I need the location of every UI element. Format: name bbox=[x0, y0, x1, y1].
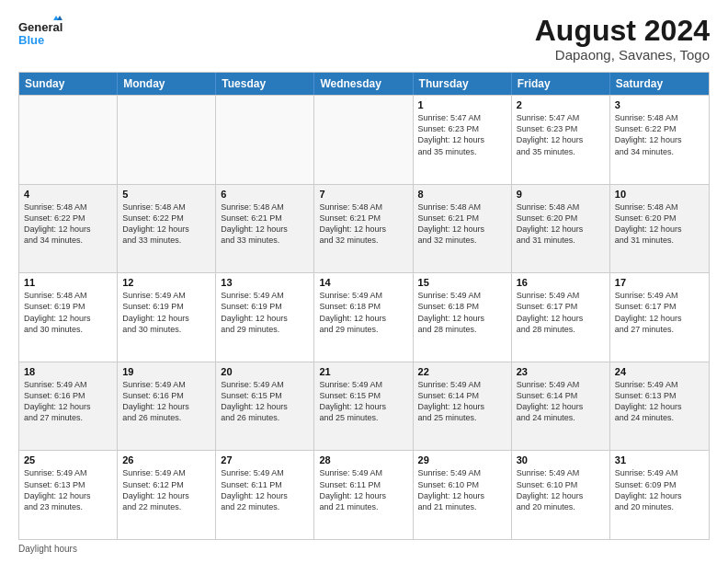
calendar-cell-31: 31Sunrise: 5:49 AMSunset: 6:09 PMDayligh… bbox=[610, 451, 709, 539]
day-number: 4 bbox=[24, 189, 112, 200]
day-number: 8 bbox=[418, 189, 506, 200]
cell-info: Sunrise: 5:49 AMSunset: 6:15 PMDaylight:… bbox=[221, 379, 309, 424]
header-day-thursday: Thursday bbox=[414, 73, 512, 95]
calendar-cell-16: 16Sunrise: 5:49 AMSunset: 6:17 PMDayligh… bbox=[512, 273, 610, 362]
calendar-cell-empty bbox=[118, 96, 216, 184]
day-number: 26 bbox=[122, 454, 210, 465]
cell-info: Sunrise: 5:49 AMSunset: 6:11 PMDaylight:… bbox=[319, 467, 407, 512]
day-number: 17 bbox=[615, 277, 704, 288]
day-number: 18 bbox=[24, 366, 112, 377]
cell-info: Sunrise: 5:49 AMSunset: 6:10 PMDaylight:… bbox=[418, 467, 506, 512]
day-number: 15 bbox=[418, 277, 506, 288]
header-day-monday: Monday bbox=[118, 73, 216, 95]
svg-marker-3 bbox=[57, 16, 63, 20]
calendar-cell-24: 24Sunrise: 5:49 AMSunset: 6:13 PMDayligh… bbox=[610, 362, 709, 451]
calendar-row-3: 11Sunrise: 5:48 AMSunset: 6:19 PMDayligh… bbox=[19, 272, 709, 362]
calendar-cell-15: 15Sunrise: 5:49 AMSunset: 6:18 PMDayligh… bbox=[414, 273, 512, 362]
svg-text:General: General bbox=[18, 20, 63, 34]
day-number: 20 bbox=[221, 366, 309, 377]
cell-info: Sunrise: 5:48 AMSunset: 6:20 PMDaylight:… bbox=[517, 201, 605, 247]
cell-info: Sunrise: 5:49 AMSunset: 6:19 PMDaylight:… bbox=[221, 290, 309, 335]
calendar-cell-19: 19Sunrise: 5:49 AMSunset: 6:16 PMDayligh… bbox=[118, 362, 216, 451]
logo-svg: General Blue bbox=[18, 15, 63, 53]
cell-info: Sunrise: 5:48 AMSunset: 6:22 PMDaylight:… bbox=[24, 201, 112, 247]
title-block: August 2024 Dapaong, Savanes, Togo bbox=[535, 15, 710, 63]
day-number: 27 bbox=[221, 454, 309, 465]
cell-info: Sunrise: 5:49 AMSunset: 6:13 PMDaylight:… bbox=[24, 467, 112, 512]
cell-info: Sunrise: 5:48 AMSunset: 6:21 PMDaylight:… bbox=[319, 201, 407, 247]
cell-info: Sunrise: 5:49 AMSunset: 6:14 PMDaylight:… bbox=[418, 379, 506, 424]
calendar-cell-17: 17Sunrise: 5:49 AMSunset: 6:17 PMDayligh… bbox=[610, 273, 709, 362]
calendar-cell-13: 13Sunrise: 5:49 AMSunset: 6:19 PMDayligh… bbox=[216, 273, 314, 362]
calendar: SundayMondayTuesdayWednesdayThursdayFrid… bbox=[18, 72, 710, 540]
cell-info: Sunrise: 5:49 AMSunset: 6:16 PMDaylight:… bbox=[24, 379, 112, 424]
day-number: 14 bbox=[319, 277, 407, 288]
day-number: 7 bbox=[319, 189, 407, 200]
cell-info: Sunrise: 5:49 AMSunset: 6:14 PMDaylight:… bbox=[517, 379, 605, 424]
logo: General Blue bbox=[18, 15, 63, 53]
day-number: 28 bbox=[319, 454, 407, 465]
calendar-cell-6: 6Sunrise: 5:48 AMSunset: 6:21 PMDaylight… bbox=[216, 185, 314, 273]
calendar-cell-1: 1Sunrise: 5:47 AMSunset: 6:23 PMDaylight… bbox=[414, 96, 512, 184]
day-number: 19 bbox=[122, 366, 210, 377]
cell-info: Sunrise: 5:49 AMSunset: 6:11 PMDaylight:… bbox=[221, 467, 309, 512]
day-number: 1 bbox=[418, 99, 506, 110]
calendar-row-5: 25Sunrise: 5:49 AMSunset: 6:13 PMDayligh… bbox=[19, 450, 709, 539]
day-number: 21 bbox=[319, 366, 407, 377]
cell-info: Sunrise: 5:48 AMSunset: 6:21 PMDaylight:… bbox=[221, 201, 309, 247]
cell-info: Sunrise: 5:49 AMSunset: 6:16 PMDaylight:… bbox=[122, 379, 210, 424]
page-subtitle: Dapaong, Savanes, Togo bbox=[535, 47, 710, 63]
header-day-tuesday: Tuesday bbox=[216, 73, 314, 95]
day-number: 30 bbox=[517, 454, 605, 465]
cell-info: Sunrise: 5:48 AMSunset: 6:22 PMDaylight:… bbox=[122, 201, 210, 247]
calendar-cell-4: 4Sunrise: 5:48 AMSunset: 6:22 PMDaylight… bbox=[19, 185, 118, 273]
calendar-header: SundayMondayTuesdayWednesdayThursdayFrid… bbox=[19, 73, 709, 95]
cell-info: Sunrise: 5:49 AMSunset: 6:17 PMDaylight:… bbox=[615, 290, 704, 335]
cell-info: Sunrise: 5:49 AMSunset: 6:12 PMDaylight:… bbox=[122, 467, 210, 512]
calendar-cell-7: 7Sunrise: 5:48 AMSunset: 6:21 PMDaylight… bbox=[314, 185, 413, 273]
cell-info: Sunrise: 5:47 AMSunset: 6:23 PMDaylight:… bbox=[517, 112, 605, 157]
calendar-cell-9: 9Sunrise: 5:48 AMSunset: 6:20 PMDaylight… bbox=[512, 185, 610, 273]
page: General Blue August 2024 Dapaong, Savane… bbox=[0, 0, 728, 563]
cell-info: Sunrise: 5:48 AMSunset: 6:22 PMDaylight:… bbox=[615, 112, 704, 157]
header-day-saturday: Saturday bbox=[610, 73, 709, 95]
calendar-cell-3: 3Sunrise: 5:48 AMSunset: 6:22 PMDaylight… bbox=[610, 96, 709, 184]
day-number: 2 bbox=[517, 99, 605, 110]
day-number: 9 bbox=[517, 189, 605, 200]
header-day-wednesday: Wednesday bbox=[314, 73, 413, 95]
calendar-row-1: 1Sunrise: 5:47 AMSunset: 6:23 PMDaylight… bbox=[19, 95, 709, 184]
day-number: 16 bbox=[517, 277, 605, 288]
day-number: 24 bbox=[615, 366, 704, 377]
cell-info: Sunrise: 5:49 AMSunset: 6:18 PMDaylight:… bbox=[418, 290, 506, 335]
calendar-cell-empty bbox=[314, 96, 413, 184]
cell-info: Sunrise: 5:49 AMSunset: 6:09 PMDaylight:… bbox=[615, 467, 704, 512]
calendar-cell-2: 2Sunrise: 5:47 AMSunset: 6:23 PMDaylight… bbox=[512, 96, 610, 184]
header: General Blue August 2024 Dapaong, Savane… bbox=[18, 15, 710, 63]
cell-info: Sunrise: 5:48 AMSunset: 6:21 PMDaylight:… bbox=[418, 201, 506, 247]
calendar-body: 1Sunrise: 5:47 AMSunset: 6:23 PMDaylight… bbox=[19, 95, 709, 539]
cell-info: Sunrise: 5:49 AMSunset: 6:15 PMDaylight:… bbox=[319, 379, 407, 424]
page-title: August 2024 bbox=[535, 15, 710, 47]
day-number: 29 bbox=[418, 454, 506, 465]
cell-info: Sunrise: 5:49 AMSunset: 6:10 PMDaylight:… bbox=[517, 467, 605, 512]
calendar-cell-25: 25Sunrise: 5:49 AMSunset: 6:13 PMDayligh… bbox=[19, 451, 118, 539]
day-number: 5 bbox=[122, 189, 210, 200]
cell-info: Sunrise: 5:49 AMSunset: 6:13 PMDaylight:… bbox=[615, 379, 704, 424]
calendar-cell-20: 20Sunrise: 5:49 AMSunset: 6:15 PMDayligh… bbox=[216, 362, 314, 451]
cell-info: Sunrise: 5:47 AMSunset: 6:23 PMDaylight:… bbox=[418, 112, 506, 157]
day-number: 22 bbox=[418, 366, 506, 377]
calendar-cell-14: 14Sunrise: 5:49 AMSunset: 6:18 PMDayligh… bbox=[314, 273, 413, 362]
day-number: 12 bbox=[122, 277, 210, 288]
calendar-row-2: 4Sunrise: 5:48 AMSunset: 6:22 PMDaylight… bbox=[19, 184, 709, 273]
calendar-cell-21: 21Sunrise: 5:49 AMSunset: 6:15 PMDayligh… bbox=[314, 362, 413, 451]
calendar-cell-22: 22Sunrise: 5:49 AMSunset: 6:14 PMDayligh… bbox=[414, 362, 512, 451]
day-number: 10 bbox=[615, 189, 704, 200]
svg-text:Blue: Blue bbox=[18, 33, 44, 47]
cell-info: Sunrise: 5:49 AMSunset: 6:18 PMDaylight:… bbox=[319, 290, 407, 335]
calendar-cell-empty bbox=[19, 96, 118, 184]
cell-info: Sunrise: 5:49 AMSunset: 6:19 PMDaylight:… bbox=[122, 290, 210, 335]
calendar-cell-11: 11Sunrise: 5:48 AMSunset: 6:19 PMDayligh… bbox=[19, 273, 118, 362]
day-number: 23 bbox=[517, 366, 605, 377]
calendar-cell-5: 5Sunrise: 5:48 AMSunset: 6:22 PMDaylight… bbox=[118, 185, 216, 273]
calendar-cell-29: 29Sunrise: 5:49 AMSunset: 6:10 PMDayligh… bbox=[414, 451, 512, 539]
